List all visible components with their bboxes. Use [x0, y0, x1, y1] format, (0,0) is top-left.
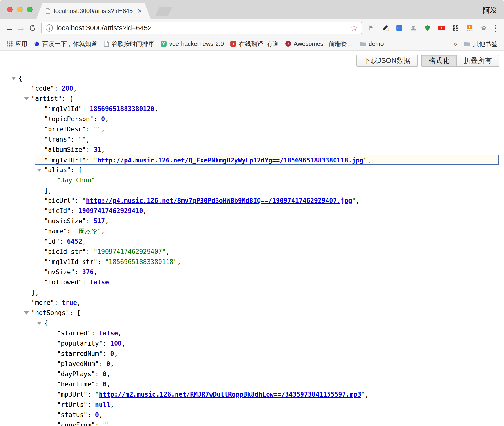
json-bracket: }, [31, 289, 39, 296]
json-string: "Jay Chou" [57, 177, 95, 184]
back-button[interactable]: ← [3, 24, 15, 32]
json-number: 6452 [67, 238, 82, 245]
json-key: "img1v1Url" [44, 157, 86, 164]
apps-icon [7, 41, 13, 47]
collapse-all-button[interactable]: 折叠所有 [457, 55, 499, 67]
json-comma: , [154, 105, 158, 112]
json-colon: : [71, 166, 78, 174]
json-boolean: false [99, 330, 118, 337]
json-line: "starred": false, [0, 328, 504, 338]
json-key: "rtUrls" [57, 401, 87, 408]
zoom-window-button[interactable] [27, 7, 33, 12]
bookmark-google-sort[interactable]: 谷歌按时间排序 [100, 38, 157, 49]
bookmark-vue-hackernews[interactable]: vue-hackernews-2.0 [157, 38, 227, 49]
json-bracket: { [44, 319, 48, 327]
download-json-button[interactable]: 下载JSON数据 [356, 55, 418, 67]
collapse-arrow-icon[interactable] [11, 77, 16, 80]
minimize-window-button[interactable] [17, 7, 23, 12]
json-comma: , [367, 157, 371, 164]
bookmark-demo[interactable]: demo [356, 38, 387, 49]
bookmark-baidu[interactable]: 百度一下，你就知道 [31, 38, 100, 49]
json-number: 517 [94, 217, 105, 225]
json-colon: : [86, 146, 93, 153]
collapse-arrow-icon[interactable] [37, 322, 42, 325]
json-quote: " [94, 157, 98, 164]
browser-tab[interactable]: localhost:3000/artists?id=645 × [36, 3, 151, 19]
document-icon [103, 40, 109, 47]
json-key: "mp3Url" [57, 391, 87, 398]
json-number: 0 [107, 360, 110, 367]
json-boolean: true [62, 299, 77, 306]
json-line: "musicSize": 517, [0, 216, 504, 226]
awesomes-icon: A [285, 41, 291, 47]
json-line: "picId_str": "19097417462929407", [0, 247, 504, 257]
json-comma: , [105, 217, 109, 225]
json-colon: : [99, 360, 106, 367]
json-controls: 下载JSON数据 格式化 折叠所有 [0, 55, 504, 67]
bookmark-label: 谷歌按时间排序 [112, 40, 154, 48]
json-key: "albumSize" [44, 146, 86, 153]
other-bookmarks-folder[interactable]: 其他书签 [461, 38, 501, 49]
json-key: "followed" [44, 279, 82, 286]
json-colon: : [67, 228, 75, 235]
json-line: "hearTime": 0, [0, 379, 504, 389]
other-bookmarks-label: 其他书签 [473, 40, 497, 48]
reload-button[interactable] [27, 24, 38, 32]
tab-strip: localhost:3000/artists?id=645 × 阿发 [0, 0, 504, 19]
bookmark-awesomes[interactable]: AAwesomes - 前端资… [282, 38, 356, 49]
forward-button[interactable]: → [15, 24, 27, 32]
json-colon: : [86, 126, 93, 133]
json-comma: , [166, 248, 170, 255]
bookmark-label: 在线翻译_有道 [239, 40, 279, 48]
tab-close-icon[interactable]: × [137, 7, 142, 15]
json-comma: , [99, 411, 103, 418]
browser-menu-icon[interactable]: ⋮ [490, 23, 501, 33]
extension-qrcode-icon[interactable] [450, 22, 462, 34]
page-favicon-icon [45, 8, 51, 14]
extension-fe-icon[interactable]: FE [393, 22, 405, 34]
collapse-arrow-icon[interactable] [24, 311, 29, 315]
json-line: "id": 6452, [0, 236, 504, 247]
json-comma: , [143, 207, 147, 214]
bookmarks-items: 应用百度一下，你就知道谷歌按时间排序vue-hackernews-2.0Y在线翻… [3, 38, 450, 49]
view-mode-button-group: 格式化 折叠所有 [421, 55, 499, 67]
collapse-arrow-icon[interactable] [37, 169, 42, 172]
close-window-button[interactable] [7, 7, 13, 12]
json-link[interactable]: http://m2.music.126.net/RMJR7wDullRqppBk… [99, 391, 361, 398]
extension-player-icon[interactable]: PLAYER [464, 22, 476, 34]
json-colon: : [62, 95, 69, 102]
bookmark-apps[interactable]: 应用 [3, 38, 31, 49]
address-bar[interactable]: i localhost:3000/artists?id=6452 ☆ [41, 22, 362, 34]
json-null: null [95, 401, 110, 408]
json-link[interactable]: http://p4.music.126.net/Q_ExePNkmgB2yWyL… [97, 157, 363, 164]
other-bookmarks-area: 其他书签 [461, 38, 501, 49]
extension-person-icon[interactable] [407, 22, 420, 34]
extension-flag-icon[interactable] [365, 22, 377, 34]
json-colon: : [103, 350, 110, 357]
json-line: "status": 0, [0, 410, 504, 420]
extension-paw-icon[interactable] [478, 22, 490, 34]
collapse-arrow-icon[interactable] [24, 97, 29, 100]
bookmark-label: Awesomes - 前端资… [294, 40, 353, 48]
bookmark-star-icon[interactable]: ☆ [351, 24, 358, 32]
json-line: "followed": false [0, 277, 504, 287]
json-colon: : [87, 391, 95, 398]
new-tab-button[interactable] [155, 7, 173, 16]
json-colon: : [86, 157, 93, 164]
profile-name[interactable]: 阿发 [483, 5, 497, 15]
bookmark-youdao[interactable]: Y在线翻译_有道 [227, 38, 282, 49]
json-colon: : [54, 85, 62, 92]
format-button[interactable]: 格式化 [421, 55, 457, 67]
json-link[interactable]: http://p4.music.126.net/8mv7qP30Pd3oHW8b… [86, 197, 352, 204]
json-line: "copyFrom": "", [0, 420, 504, 426]
youdao-icon: Y [230, 41, 236, 47]
json-colon: : [86, 217, 93, 225]
extension-shield-icon[interactable] [421, 22, 434, 34]
extension-pen-translate-icon[interactable]: en [379, 22, 391, 34]
url-text[interactable]: localhost:3000/artists?id=6452 [56, 24, 347, 32]
json-key: "picUrl" [44, 197, 75, 204]
page-info-icon[interactable]: i [46, 24, 53, 32]
extension-youtube-icon[interactable] [436, 22, 448, 34]
json-number: 100 [110, 340, 122, 347]
bookmarks-overflow-chevron[interactable]: » [450, 39, 461, 48]
